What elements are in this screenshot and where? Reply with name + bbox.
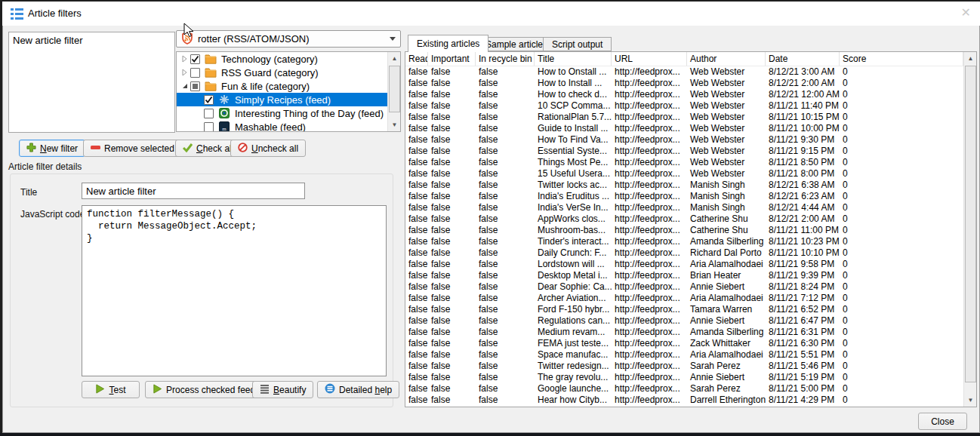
column-header-in-recycle-bin[interactable]: In recycle bin [476,52,535,66]
partial-checkbox[interactable] [190,81,200,91]
tree-scrollbar-thumb[interactable] [389,66,400,112]
article-cell: http://feedprox... [612,372,687,383]
remove-selected-label: Remove selected [104,143,174,154]
article-row[interactable]: falsefalsefalse15 Useful Usera...http://… [405,168,976,180]
expand-arrow-icon[interactable] [179,54,190,64]
article-row[interactable]: falsefalsefalseThe gray revolu...http://… [405,372,976,383]
tree-item-technology-category[interactable]: Technology (category) [177,52,400,66]
remove-selected-button[interactable]: Remove selected [83,140,182,157]
article-cell: Zack Whittaker [687,338,766,349]
expand-arrow-icon[interactable] [179,67,190,78]
scroll-down-icon[interactable]: ▼ [388,118,401,131]
article-row[interactable]: falsefalsefalseTwitter locks ac...http:/… [405,180,976,191]
article-row[interactable]: falsefalsefalseFord F-150 hybr...http://… [405,304,976,315]
filter-list-item[interactable]: New article filter [9,32,174,48]
tree-scrollbar[interactable]: ▲ ▼ [387,52,400,131]
unchecked-checkbox[interactable] [190,68,200,78]
article-row[interactable]: falsefalsefalseAppWorks clos...http://fe… [405,213,976,225]
tree-item-fun-life-category[interactable]: Fun & life (category) [177,79,400,93]
tree-item-simply-recipes-feed[interactable]: Simply Recipes (feed) [177,93,400,106]
article-row[interactable]: falsefalsefalseSpace manufac...http://fe… [405,349,976,361]
article-cell: Medium revam... [535,327,612,338]
article-row[interactable]: falsefalsefalseDesktop Metal i...http://… [405,270,976,281]
javascript-code-editor[interactable]: function filterMessage() { return Messag… [82,205,387,376]
unchecked-checkbox[interactable] [204,122,214,132]
article-row[interactable]: falsefalsefalseThings Most Pe...http://f… [405,157,976,168]
article-row[interactable]: falsefalsefalseHow to check d...http://f… [405,89,976,100]
table-header[interactable]: ReadImportantIn recycle binTitleURLAutho… [405,52,976,66]
column-header-url[interactable]: URL [612,52,687,66]
scroll-down-icon[interactable]: ▼ [964,394,977,407]
checked-checkbox[interactable] [190,54,200,64]
article-row[interactable]: falsefalsefalseDaily Crunch: F...http://… [405,247,976,259]
article-row[interactable]: falsefalsefalseHow to Install ...http://… [405,78,976,89]
column-header-score[interactable]: Score [840,52,963,66]
scroll-up-icon[interactable]: ▲ [388,52,401,65]
tree-item-interesting-thing-of-the-day-feed[interactable]: Interesting Thing of the Day (feed) [177,106,400,120]
article-row[interactable]: falsefalsefalseArcher Aviation...http://… [405,293,976,304]
collapse-arrow-icon[interactable] [179,81,190,91]
article-cell: false [428,66,476,78]
column-header-important[interactable]: Important [428,52,476,66]
article-row[interactable]: falsefalsefalseHear how Cityb...http://f… [405,395,976,406]
article-cell: false [405,395,428,406]
article-cell: 8/11/21 6:52 PM [766,304,840,315]
article-row[interactable]: falsefalsefalseGoogle launche...http://f… [405,383,976,395]
window-close-icon[interactable]: ✕ [961,5,971,20]
tree-item-mashable-feed[interactable]: mMashable (feed) [177,120,400,132]
article-cell: 8/12/21 6:23 AM [766,191,840,202]
close-button[interactable]: Close [918,413,967,430]
article-cell: 0 [840,293,963,304]
article-cell: 0 [840,78,963,89]
article-row[interactable]: falsefalsefalseMedium revam...http://fee… [405,327,976,338]
test-button[interactable]: Test [82,381,140,398]
article-row[interactable]: falsefalsefalseRegulations can...http://… [405,315,976,327]
process-checked-feeds-button[interactable]: Process checked feeds [145,381,267,398]
article-cell: 8/11/21 10:10 PM [766,247,840,259]
article-row[interactable]: falsefalsefalseGuide to Install ...http:… [405,123,976,134]
article-cell: 8/12/21 3:00 AM [766,66,840,78]
checked-checkbox[interactable] [204,95,214,105]
beautify-button[interactable]: Beautify [252,381,313,398]
article-cell: FEMA just teste... [535,338,612,349]
title-input[interactable]: New article filter [82,183,305,199]
article-row[interactable]: falsefalsefalseLordstown will ...http://… [405,259,976,270]
article-cell: false [428,180,476,191]
column-header-title[interactable]: Title [535,52,612,66]
article-row[interactable]: falsefalsefalseRationalPlan 5.7...http:/… [405,112,976,123]
article-row[interactable]: falsefalsefalseHow To Find Va...http://f… [405,134,976,146]
tab-existing-articles[interactable]: Existing articles [408,35,488,52]
article-row[interactable]: falsefalsefalseEssential Syste...http://… [405,146,976,157]
account-selector[interactable]: rotter (RSS/ATOM/JSON) [176,30,401,48]
article-row[interactable]: falsefalsefalseTinder's interact...http:… [405,236,976,247]
uncheck-all-button[interactable]: Uncheck all [230,140,306,157]
scroll-up-icon[interactable]: ▲ [964,52,977,65]
article-row[interactable]: falsefalsefalseMushroom-bas...http://fee… [405,225,976,236]
article-row[interactable]: falsefalsefalseDear Sophie: Ca...http://… [405,281,976,293]
column-header-author[interactable]: Author [687,52,766,66]
article-cell: false [405,259,428,270]
article-row[interactable]: falsefalsefalseFEMA just teste...http://… [405,338,976,349]
table-scrollbar[interactable]: ▲ ▼ [963,52,976,407]
filter-list[interactable]: New article filter [8,32,175,133]
column-header-date[interactable]: Date [766,52,840,66]
unchecked-checkbox[interactable] [204,109,214,118]
tab-script-output[interactable]: Script output [543,37,612,51]
article-cell: false [428,225,476,236]
article-cell: false [476,236,535,247]
new-filter-button[interactable]: New filter [19,140,85,157]
article-row[interactable]: falsefalsefalseIndia's Eruditus ...http:… [405,191,976,202]
article-row[interactable]: falsefalsefalseTwitter redesign...http:/… [405,361,976,372]
article-row[interactable]: falsefalsefalseIndia's VerSe In...http:/… [405,202,976,213]
article-row[interactable]: falsefalsefalse10 SCP Comma...http://fee… [405,100,976,112]
table-scrollbar-thumb[interactable] [965,66,976,382]
article-row[interactable]: falsefalsefalseHow to Onstall ...http://… [405,66,976,78]
article-cell: false [405,112,428,123]
article-cell: http://feedprox... [612,89,687,100]
article-cell: false [428,168,476,180]
beautify-label: Beautify [273,385,306,395]
detailed-help-button[interactable]: Detailed help [317,381,399,398]
article-cell: http://feedprox... [612,315,687,327]
column-header-read[interactable]: Read [405,52,428,66]
tree-item-rss-guard-category[interactable]: RSS Guard (category) [177,66,400,79]
